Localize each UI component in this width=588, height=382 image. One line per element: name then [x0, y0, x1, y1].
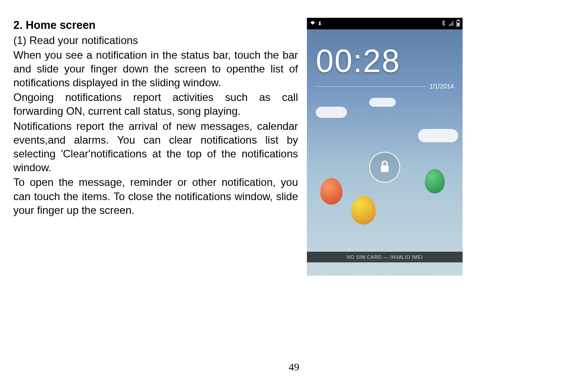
- lock-button[interactable]: [369, 152, 400, 183]
- paragraph-1: When you see a notification in the statu…: [13, 48, 298, 90]
- cloud-decoration: [418, 129, 458, 142]
- paragraph-3: Notifications report the arrival of new …: [13, 119, 298, 175]
- text-column: 2. Home screen (1) Read your notificatio…: [13, 18, 298, 276]
- cloud-decoration: [316, 107, 347, 118]
- phone-lockscreen-screenshot: ⬇ 00:28 1/1/2014: [307, 18, 463, 276]
- balloon-decoration: [351, 196, 376, 225]
- download-icon: ⬇: [318, 20, 322, 27]
- paragraph-4: To open the message, reminder or other n…: [13, 175, 298, 217]
- paragraph-2: Ongoing notifications report activities …: [13, 90, 298, 118]
- time-display: 00:28: [316, 43, 454, 79]
- cloud-decoration: [369, 98, 396, 107]
- lock-icon: [379, 160, 391, 175]
- clock-widget: 00:28 1/1/2014: [307, 29, 463, 94]
- divider: [316, 86, 426, 87]
- wifi-icon: [310, 20, 316, 27]
- balloon-decoration: [320, 178, 342, 205]
- sim-status-banner: NO SIM CARD — INVALID IMEI: [307, 252, 463, 262]
- subsection-title: (1) Read your notifications: [13, 33, 298, 47]
- status-bar: ⬇: [307, 18, 463, 29]
- date-line: 1/1/2014: [316, 83, 454, 90]
- battery-icon: [456, 20, 460, 27]
- date-text: 1/1/2014: [430, 83, 454, 90]
- page-number: 49: [289, 361, 299, 373]
- page-content: 2. Home screen (1) Read your notificatio…: [13, 18, 575, 276]
- bluetooth-icon: [441, 20, 446, 28]
- status-bar-right: [441, 20, 460, 28]
- section-heading: 2. Home screen: [13, 18, 298, 32]
- svg-rect-0: [381, 165, 388, 172]
- signal-icon: [448, 20, 454, 27]
- status-bar-left: ⬇: [310, 20, 322, 27]
- balloon-decoration: [425, 169, 445, 193]
